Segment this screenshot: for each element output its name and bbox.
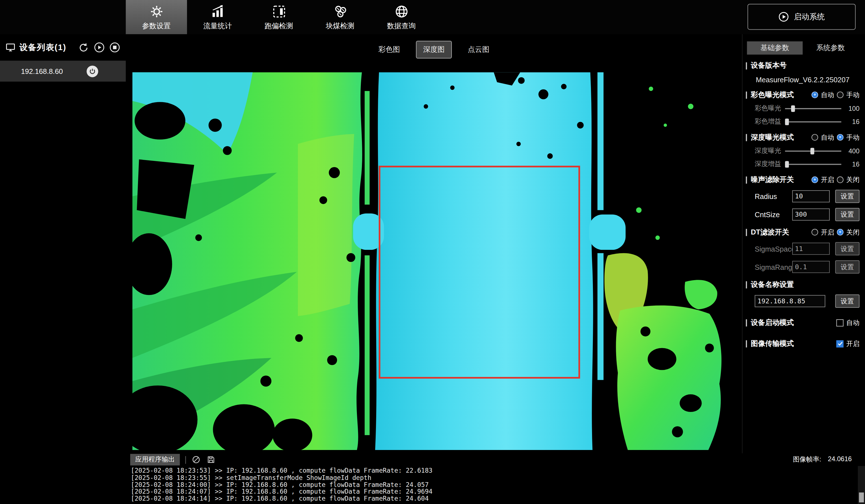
tab-data-query[interactable]: 数据查询 [371,0,432,34]
section-marker [746,62,747,69]
sigmarange-input[interactable] [792,261,830,273]
tab-lump-coal-detection[interactable]: 块煤检测 [310,0,371,34]
device-name-input[interactable] [755,295,825,307]
globe-icon [394,4,408,19]
device-version-label: 设备版本号 [751,61,787,71]
parameter-tabs: 基础参数 系统参数 [747,42,858,55]
check-icon [837,341,843,347]
noise-filter-off-label: 关闭 [846,175,860,185]
section-marker [746,176,747,184]
color-exposure-slider-label: 彩色曝光 [749,104,781,113]
radius-set-button[interactable]: 设置 [835,190,860,203]
slider-thumb[interactable] [810,148,814,154]
top-toolbar: 参数设置 流量统计 [0,0,865,34]
transfer-mode-section: 图像传输模式 开启 [746,339,860,348]
section-marker [746,134,747,141]
log-line: [2025-02-08 18:24:00] >> IP: 192.168.8.6… [131,481,858,488]
dt-filter-off-radio[interactable] [837,229,844,236]
color-exposure-section: 彩色曝光模式 自动 手动 [746,90,860,99]
device-name-set-button[interactable]: 设置 [835,294,860,307]
log-scrollbar-thumb[interactable] [859,493,864,502]
color-exposure-value: 100 [845,104,860,112]
start-device-button[interactable] [93,42,105,53]
tab-parameter-settings[interactable]: 参数设置 [126,0,187,34]
console-toolbar: 应用程序输出 图像帧率: 24.0616 [126,453,865,466]
noise-filter-off-radio[interactable] [837,177,844,183]
tab-label: 跑偏检测 [265,21,293,31]
depth-exposure-slider[interactable] [785,147,841,155]
dt-filter-on-radio[interactable] [811,229,818,236]
dt-filter-section: DT滤波开关 开启 关闭 [746,227,860,237]
log-line: [2025-02-08 18:24:07] >> IP: 192.168.8.6… [131,488,858,495]
cntsize-set-button[interactable]: 设置 [835,208,860,221]
device-name-label: 设备名称设置 [751,280,794,289]
tab-flow-statistics[interactable]: 流量统计 [187,0,248,34]
tab-color-image[interactable]: 彩色图 [371,41,407,58]
tab-label: 块煤检测 [326,21,354,31]
startup-auto-checkbox[interactable] [837,319,844,326]
color-exposure-slider[interactable] [785,104,841,112]
depth-exposure-slider-row: 深度曝光 400 [749,146,860,156]
device-row[interactable]: 192.168.8.60 [0,61,126,82]
depth-map-image [132,72,731,450]
device-list-header: 设备列表(1) [0,34,126,61]
device-name-section: 设备名称设置 [746,280,860,289]
main-tab-bar: 参数设置 流量统计 [126,0,432,34]
start-system-label: 启动系统 [794,12,825,22]
color-exposure-manual-label: 手动 [846,90,860,99]
depth-gain-slider[interactable] [785,160,841,168]
color-exposure-manual-radio[interactable] [837,92,844,98]
log-output: [2025-02-08 18:23:53] >> IP: 192.168.8.6… [126,466,858,504]
noise-filter-on-radio[interactable] [811,177,818,183]
depth-exposure-auto-radio[interactable] [811,134,818,141]
transfer-on-checkbox[interactable] [837,340,844,347]
stop-device-button[interactable] [109,42,120,53]
slider-thumb[interactable] [791,105,795,112]
dt-filter-label: DT滤波开关 [751,227,789,237]
depth-gain-value: 16 [845,160,860,168]
cntsize-input[interactable] [792,209,830,221]
tab-deviation-detection[interactable]: 跑偏检测 [248,0,310,34]
cntsize-label: CntSize [746,210,788,219]
start-system-button[interactable]: 启动系统 [747,4,855,30]
sigmarange-set-button[interactable]: 设置 [835,260,860,273]
log-line: [2025-02-08 18:23:53] >> IP: 192.168.8.6… [131,467,858,474]
radius-input[interactable] [792,190,830,202]
radius-row: Radius 设置 [746,190,860,203]
sigmaspace-input[interactable] [792,243,830,255]
tab-depth-image[interactable]: 深度图 [416,41,452,58]
color-exposure-auto-label: 自动 [821,90,834,99]
sigmaspace-set-button[interactable]: 设置 [835,242,860,255]
color-gain-slider-row: 彩色增益 16 [749,117,860,127]
section-marker [746,91,747,98]
depth-exposure-manual-radio[interactable] [837,134,844,141]
device-version-section: 设备版本号 [746,61,860,71]
depth-exposure-slider-label: 深度曝光 [749,146,781,156]
refresh-devices-button[interactable] [78,42,90,53]
slider-thumb[interactable] [785,118,789,125]
image-view-tabs: 彩色图 深度图 点云图 [126,39,742,61]
tab-point-cloud[interactable]: 点云图 [461,41,497,58]
app-window: 参数设置 流量统计 [0,0,865,504]
log-scrollbar[interactable] [858,466,865,504]
slider-thumb[interactable] [785,161,789,167]
console-output-tab[interactable]: 应用程序输出 [130,454,180,465]
clear-log-icon[interactable] [192,455,201,465]
tab-basic-params[interactable]: 基础参数 [747,42,803,55]
framerate-label: 图像帧率: [793,455,821,465]
save-log-icon[interactable] [206,455,216,465]
slider-track [785,163,841,165]
transfer-on-label: 开启 [846,339,860,348]
sigmaspace-label: SigmaSpace [746,245,788,253]
depth-exposure-section: 深度曝光模式 自动 手动 [746,132,860,142]
section-marker [746,228,747,236]
color-exposure-auto-radio[interactable] [811,92,818,98]
device-power-button[interactable] [86,66,98,77]
tab-system-params[interactable]: 系统参数 [803,42,858,55]
log-line: [2025-02-08 18:23:55] >> setImageTransfe… [131,474,858,481]
noise-filter-section: 噪声滤除开关 开启 关闭 [746,175,860,185]
color-gain-slider[interactable] [785,118,841,126]
color-exposure-slider-row: 彩色曝光 100 [749,104,860,113]
gear-icon [149,4,163,19]
depth-gain-slider-label: 深度增益 [749,160,781,169]
